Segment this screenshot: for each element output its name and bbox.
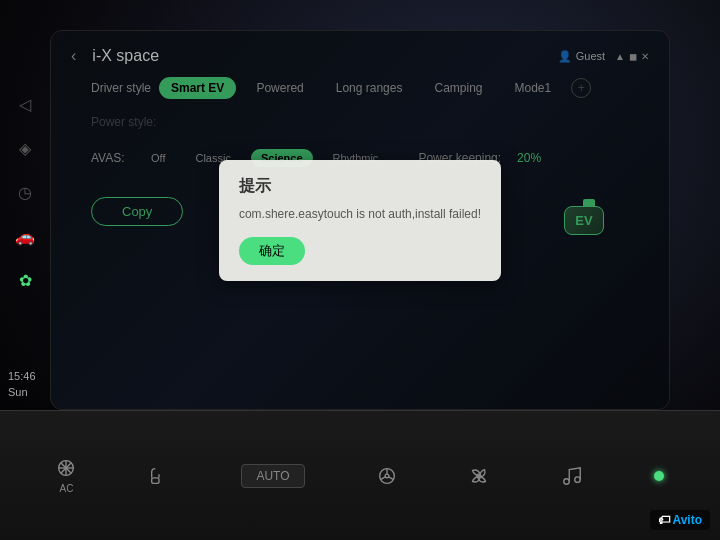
modal-overlay: 提示 com.shere.easytouch is not auth,insta… bbox=[51, 31, 669, 409]
main-screen: ‹ i-X space 👤 Guest ▲ ◼ ✕ Driver style S… bbox=[50, 30, 670, 410]
auto-badge: AUTO bbox=[241, 464, 304, 488]
fan-icon-btn[interactable] bbox=[468, 465, 490, 487]
avito-badge: 🏷 Avito bbox=[650, 510, 710, 530]
status-dot bbox=[654, 471, 664, 481]
avito-icon: 🏷 bbox=[658, 513, 670, 527]
sidebar-leaf-icon[interactable]: ✿ bbox=[11, 266, 39, 294]
modal-confirm-button[interactable]: 确定 bbox=[239, 237, 305, 265]
svg-point-7 bbox=[385, 474, 389, 478]
ac-label: AC bbox=[60, 483, 74, 494]
auto-label: AUTO bbox=[256, 469, 289, 483]
sidebar-nav-icon[interactable]: ◁ bbox=[11, 90, 39, 118]
steering-icon-btn[interactable] bbox=[376, 465, 398, 487]
svg-rect-5 bbox=[152, 477, 159, 483]
modal-title: 提示 bbox=[239, 176, 481, 197]
modal-message: com.shere.easytouch is not auth,install … bbox=[239, 205, 481, 223]
sidebar-car-icon[interactable]: 🚗 bbox=[11, 222, 39, 250]
avito-label: Avito bbox=[672, 513, 702, 527]
sidebar: ◁ ◈ ◷ 🚗 ✿ bbox=[0, 80, 50, 540]
svg-point-12 bbox=[564, 478, 570, 484]
modal-dialog: 提示 com.shere.easytouch is not auth,insta… bbox=[219, 160, 501, 281]
sidebar-clock-icon[interactable]: ◷ bbox=[11, 178, 39, 206]
sidebar-location-icon[interactable]: ◈ bbox=[11, 134, 39, 162]
svg-point-13 bbox=[575, 476, 581, 482]
svg-line-10 bbox=[388, 476, 393, 479]
seat-icon-btn[interactable] bbox=[148, 465, 170, 487]
svg-line-9 bbox=[380, 476, 385, 479]
ac-button[interactable]: AC bbox=[55, 457, 77, 494]
music-icon-btn[interactable] bbox=[561, 465, 583, 487]
bottom-controls: AC AUTO bbox=[0, 410, 720, 540]
